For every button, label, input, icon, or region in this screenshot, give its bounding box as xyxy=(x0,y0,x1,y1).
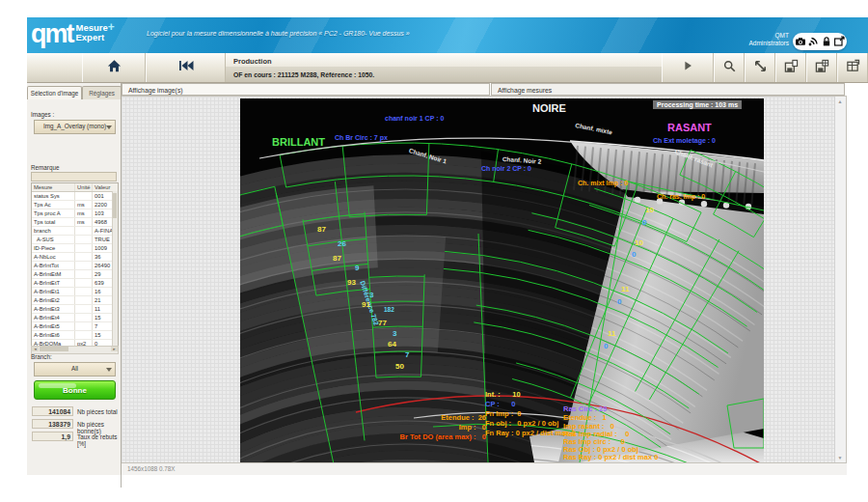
col-unite: Unité xyxy=(75,183,93,191)
table-row[interactable]: Tps totalms4968 xyxy=(32,218,118,227)
camera-image-view[interactable]: Processing time : 103 ms NOIREBRILLANTRA… xyxy=(240,98,764,462)
sector-count: 10 xyxy=(645,207,654,214)
save-image-icon xyxy=(815,59,829,77)
measurement-label: Ch Ext moletage : 0 xyxy=(653,137,716,144)
expand-icon xyxy=(753,59,768,77)
layout-button[interactable] xyxy=(837,53,868,82)
save-report-button[interactable] xyxy=(775,53,806,82)
part-status-button[interactable]: Bonne xyxy=(34,380,116,400)
expand-button[interactable] xyxy=(745,53,775,82)
table-row[interactable]: ID-Piece1009 xyxy=(32,244,118,253)
table-row[interactable]: Tps proc Ams103 xyxy=(32,209,118,218)
branch-select[interactable]: All xyxy=(34,362,116,376)
processing-time-badge: Processing time : 103 ms xyxy=(653,100,742,109)
search-icon xyxy=(722,59,737,77)
table-row[interactable]: A-SUSTRUE xyxy=(32,236,118,244)
signal-icon[interactable] xyxy=(807,36,819,47)
user-role: Administrators xyxy=(748,40,789,47)
table-cell xyxy=(75,236,93,243)
scroll-left-arrow[interactable]: ◄ xyxy=(32,347,39,351)
save-image-button[interactable] xyxy=(806,53,837,82)
toolbar-spacer xyxy=(27,53,82,82)
readout-line: Etendue : 26 xyxy=(441,414,486,422)
image-select[interactable]: Img_A_Overlay (mono) xyxy=(34,120,116,134)
scroll-up-arrow[interactable]: ▲ xyxy=(835,97,845,106)
mode-label: Production xyxy=(226,53,662,67)
scroll-right-arrow[interactable]: ► xyxy=(111,347,118,351)
play-icon xyxy=(681,59,694,76)
table-vertical-scrollbar[interactable] xyxy=(112,191,118,346)
table-row[interactable]: A-BrIntEt615 xyxy=(32,331,118,340)
table-cell: Tps total xyxy=(32,218,75,226)
image-resolution-zoom: 1456x1088 0.78X xyxy=(127,465,175,472)
lock-icon[interactable] xyxy=(821,36,832,47)
ladder-value: 7 xyxy=(405,351,409,359)
window-icon[interactable] xyxy=(833,36,845,47)
table-row[interactable]: A-BrIntTot26490 xyxy=(32,262,118,270)
table-cell: A-NbLoc xyxy=(32,253,75,261)
table-row[interactable]: status Sys001 xyxy=(32,192,118,201)
table-cell: A-BrIntEtT xyxy=(32,279,75,287)
table-row[interactable]: A-BrIntEt221 xyxy=(32,296,118,305)
table-cell: A-BrIntEtM xyxy=(32,270,75,278)
table-row[interactable]: A-BrIntEtT639 xyxy=(32,279,118,288)
table-row[interactable]: branchA-FINA xyxy=(32,227,118,236)
table-cell xyxy=(75,314,93,321)
branch-label: Branch: xyxy=(31,353,52,360)
camera-icon[interactable] xyxy=(795,36,806,47)
table-cell: ms xyxy=(75,201,93,209)
home-button[interactable] xyxy=(82,53,146,82)
image-canvas: Processing time : 103 ms NOIREBRILLANTRA… xyxy=(122,96,847,463)
table-cell: A-SUS xyxy=(32,236,75,243)
table-cell xyxy=(75,270,93,278)
ladder-value: 93 xyxy=(347,279,356,287)
logo-plus: + xyxy=(108,20,115,34)
scene-shape xyxy=(701,201,707,207)
readout-line: Fn Imp : 0 xyxy=(485,410,522,418)
remark-field[interactable] xyxy=(31,172,117,181)
ladder-value: 91 xyxy=(362,301,370,309)
table-cell: status Sys xyxy=(32,192,75,200)
table-row[interactable]: A-BrIntEtM29 xyxy=(32,270,118,279)
table-row[interactable]: A-BrIntEt311 xyxy=(32,305,118,314)
play-button[interactable] xyxy=(662,53,714,82)
search-button[interactable] xyxy=(714,53,745,82)
scrollbar-thumb[interactable] xyxy=(40,347,68,351)
scroll-down-arrow[interactable]: ▼ xyxy=(835,453,845,462)
ladder-value: 77 xyxy=(378,320,387,327)
sector-count: 0 xyxy=(642,219,646,227)
table-cell: A-BrIntTot xyxy=(32,262,75,269)
readout-line: CP : 0 xyxy=(485,401,516,408)
tab-settings[interactable]: Réglages xyxy=(82,86,122,99)
rewind-button[interactable] xyxy=(146,53,226,82)
save-report-icon xyxy=(784,59,799,77)
tab-image-display[interactable]: Affichage image(s) xyxy=(122,83,490,96)
measurement-label: Ch. ras. Imp : 0 xyxy=(657,193,705,200)
table-row[interactable]: A-BrIntEt116 xyxy=(32,288,118,296)
stat-label: Nb pièces total xyxy=(77,408,118,415)
scrollbar-thumb[interactable] xyxy=(113,193,117,218)
table-cell: A-BrIntEt6 xyxy=(32,331,75,339)
measurement-label: chanf noir 1 CP : 0 xyxy=(385,115,444,122)
stat-label: Taux de rebuts [%] xyxy=(77,433,121,447)
table-cell: ID-Piece xyxy=(32,244,75,252)
readout-line: Ras Ray : 0 px2 / dist max 0 xyxy=(563,454,658,461)
tab-image-selection[interactable]: Sélection d'image xyxy=(27,86,82,99)
table-row[interactable]: A-NbLoc36 xyxy=(32,253,118,262)
table-row[interactable]: Tps Acms2200 xyxy=(32,201,118,209)
content-area: Sélection d'image Réglages Images : Img_… xyxy=(27,83,868,475)
table-row[interactable]: A-BrIntEt415 xyxy=(32,314,118,322)
tab-measure-display[interactable]: Affichage mesures xyxy=(491,83,845,96)
readout-line: Fn Ray : 0 px2 / dist max 0 xyxy=(485,430,576,437)
logo-text: qmt xyxy=(31,19,73,49)
table-cell xyxy=(75,288,93,295)
readout-line: Br Tot DO (area max) : 0 xyxy=(400,433,486,441)
image-status-bar: 1456x1088 0.78X xyxy=(122,463,847,475)
measure-table-header: Mesure Unité Valeur xyxy=(32,183,118,192)
logo-subtext: Mesure Expert xyxy=(76,23,108,42)
table-row[interactable]: A-BrIntEt57 xyxy=(32,322,118,331)
table-cell xyxy=(75,296,93,304)
canvas-vertical-scrollbar[interactable]: ▲ ▼ xyxy=(834,97,846,462)
production-status: Production OF en cours : 211125 M288, Ré… xyxy=(226,53,662,82)
table-cell xyxy=(75,262,93,269)
